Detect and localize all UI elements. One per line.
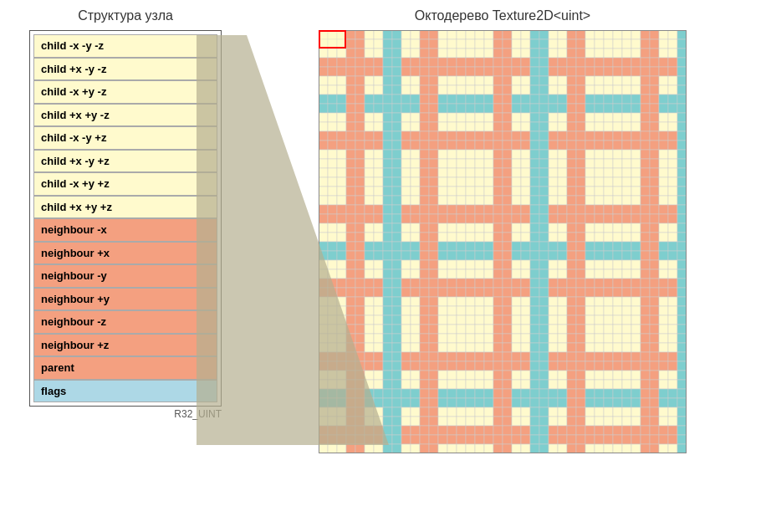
- node-row-11: neighbour +y: [33, 288, 217, 311]
- node-row-2: child -x +y -z: [33, 80, 217, 104]
- node-row-5: child +x -y +z: [33, 150, 217, 173]
- left-title: Структура узла: [78, 8, 173, 23]
- node-row-7: child +x +y +z: [33, 196, 217, 219]
- node-row-14: parent: [33, 356, 217, 380]
- main-container: Структура узла child -x -y -zchild +x -y…: [0, 0, 771, 532]
- left-panel: Структура узла child -x -y -zchild +x -y…: [17, 8, 234, 524]
- node-row-8: neighbour -x: [33, 218, 217, 242]
- right-title: Октодерево Texture2D<uint>: [415, 8, 590, 23]
- node-row-9: neighbour +x: [33, 242, 217, 265]
- node-row-1: child +x -y -z: [33, 58, 217, 81]
- node-structure-box: child -x -y -zchild +x -y -zchild -x +y …: [29, 30, 222, 407]
- node-row-6: child -x +y +z: [33, 172, 217, 196]
- r32-label: R32_UINT: [29, 408, 222, 420]
- node-row-3: child +x +y -z: [33, 104, 217, 127]
- selection-box: [319, 30, 346, 49]
- right-panel: Октодерево Texture2D<uint>: [251, 8, 754, 524]
- node-row-0: child -x -y -z: [33, 34, 217, 58]
- node-row-4: child -x -y +z: [33, 126, 217, 150]
- node-row-12: neighbour -z: [33, 310, 217, 334]
- octree-wrapper: [319, 30, 687, 453]
- node-row-15: flags: [33, 380, 217, 403]
- octree-grid: [319, 30, 687, 453]
- node-row-13: neighbour +z: [33, 334, 217, 357]
- node-row-10: neighbour -y: [33, 264, 217, 288]
